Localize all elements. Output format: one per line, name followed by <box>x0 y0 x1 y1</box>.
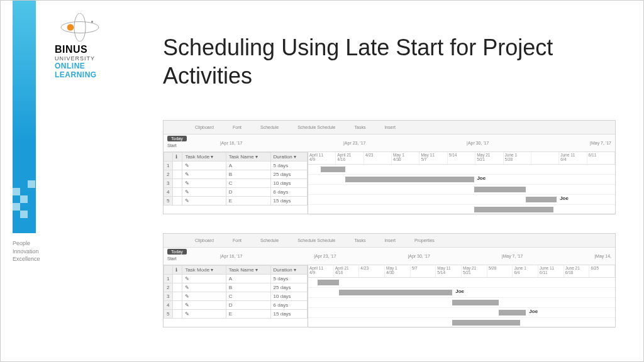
gantt-row <box>308 318 615 328</box>
gantt-bar[interactable] <box>452 300 498 305</box>
table-row[interactable]: 1✎A5 days <box>164 275 308 283</box>
gantt-row: Joe <box>308 195 615 205</box>
col-duration[interactable]: Duration ▾ <box>270 266 307 275</box>
resource-label: Joe <box>560 195 569 201</box>
table-row[interactable]: 5✎E15 days <box>164 197 308 206</box>
timeline-row-1: Today Start |Apr 16, '17 |Apr 23, '17 |A… <box>164 134 615 152</box>
ribbon-2: Clipboard Font Schedule Schedule Schedul… <box>164 234 615 248</box>
today-tag: Today <box>167 249 187 255</box>
col-name[interactable]: Task Name ▾ <box>226 266 270 275</box>
tagline-people: People <box>13 239 40 248</box>
logo-line-3: ONLINE <box>55 62 143 70</box>
timeline-row-2: Today Start Add tas |Apr 16, '17 |Apr 23… <box>164 248 615 265</box>
gantt-row: Joe <box>308 308 615 318</box>
table-row[interactable]: 2✎B25 days <box>164 283 308 292</box>
gantt-bar[interactable] <box>321 167 345 172</box>
timeline-ticks-2: |Apr 16, '17 |Apr 23, '17 |Apr 30, '17 |… <box>220 254 611 261</box>
gantt-bar[interactable] <box>474 207 554 212</box>
ribbon-insert: Insert <box>384 238 396 243</box>
gantt-bar[interactable] <box>526 197 557 202</box>
gantt-bar[interactable] <box>452 320 519 326</box>
gantt-row: Joe <box>308 175 615 185</box>
gantt-bar[interactable] <box>339 290 453 295</box>
task-table-1: ℹ Task Mode ▾ Task Name ▾ Duration ▾ 1✎A… <box>164 152 308 214</box>
ribbon-insert: Insert <box>384 125 396 129</box>
logo-line-2: UNIVERSITY <box>55 55 143 62</box>
ribbon-schedule: Schedule <box>260 238 279 243</box>
logo-line-4: LEARNING <box>55 70 143 79</box>
brand-stripe <box>13 1 36 233</box>
svg-point-2 <box>67 24 74 31</box>
col-mode[interactable]: Task Mode ▾ <box>182 153 226 162</box>
table-row[interactable]: 1✎A5 days <box>164 162 308 170</box>
logo-line-1: BINUS <box>55 44 143 55</box>
today-tag: Today <box>167 136 187 141</box>
ribbon-1: Clipboard Font Schedule Schedule Schedul… <box>164 121 615 134</box>
msproject-screenshot-2: Clipboard Font Schedule Schedule Schedul… <box>163 233 616 327</box>
slide-title: Scheduling Using Late Start for Project … <box>163 33 643 90</box>
resource-label: Joe <box>529 309 538 314</box>
svg-point-0 <box>61 22 99 33</box>
col-name[interactable]: Task Name ▾ <box>226 153 270 162</box>
svg-point-3 <box>91 21 93 23</box>
gantt-bar[interactable] <box>474 187 526 192</box>
tagline: People Innovation Excellence <box>13 239 40 263</box>
ribbon-properties: Properties <box>414 238 435 243</box>
col-info[interactable]: ℹ <box>173 266 182 275</box>
table-row[interactable]: 4✎D6 days <box>164 301 308 310</box>
tagline-excellence: Excellence <box>13 255 40 263</box>
gantt-chart-1: April 114/9April 214/164/23May 14/30May … <box>308 152 615 214</box>
binus-orbit-icon <box>55 13 105 41</box>
svg-point-1 <box>74 13 86 41</box>
gantt-row <box>308 185 615 195</box>
ribbon-font: Font <box>233 125 242 129</box>
tagline-innovation: Innovation <box>13 248 40 256</box>
gantt-row <box>308 165 615 175</box>
msproject-screenshot-1: Clipboard Font Schedule Schedule Schedul… <box>163 120 616 214</box>
table-row[interactable]: 2✎B25 days <box>164 170 308 179</box>
start-label: Start <box>167 256 177 261</box>
ribbon-clipboard: Clipboard <box>195 238 214 243</box>
gantt-bar[interactable] <box>345 177 474 182</box>
gantt-row <box>308 298 615 308</box>
timeline-ticks-1: |Apr 16, '17 |Apr 23, '17 |Apr 30, '17 |… <box>220 141 611 148</box>
col-duration[interactable]: Duration ▾ <box>270 153 307 162</box>
ribbon-tasks: Tasks <box>355 238 366 243</box>
gantt-chart-2: April 114/9April 214/164/23May 14/305/7M… <box>308 265 615 327</box>
table-row[interactable]: 3✎C10 days <box>164 179 308 188</box>
start-label: Start <box>167 143 177 148</box>
gantt-bar[interactable] <box>318 280 339 285</box>
ribbon-schedule2: Schedule Schedule <box>297 125 335 129</box>
logo-block: BINUS UNIVERSITY ONLINE LEARNING <box>55 13 143 79</box>
table-row[interactable]: 5✎E15 days <box>164 310 308 319</box>
task-table-2: ℹ Task Mode ▾ Task Name ▾ Duration ▾ 1✎A… <box>164 265 308 327</box>
ribbon-schedule: Schedule <box>260 125 279 129</box>
gantt-row <box>308 278 615 288</box>
ribbon-font: Font <box>233 238 242 243</box>
ribbon-clipboard: Clipboard <box>195 125 214 129</box>
col-mode[interactable]: Task Mode ▾ <box>182 266 226 275</box>
ribbon-schedule2: Schedule Schedule <box>297 238 335 243</box>
gantt-row <box>308 205 615 215</box>
resource-label: Joe <box>477 175 486 181</box>
resource-label: Joe <box>455 288 464 294</box>
ribbon-tasks: Tasks <box>355 125 366 129</box>
table-row[interactable]: 3✎C10 days <box>164 292 308 301</box>
col-info[interactable]: ℹ <box>173 153 182 162</box>
gantt-bar[interactable] <box>499 310 526 315</box>
table-row[interactable]: 4✎D6 days <box>164 188 308 197</box>
gantt-row: Joe <box>308 288 615 298</box>
